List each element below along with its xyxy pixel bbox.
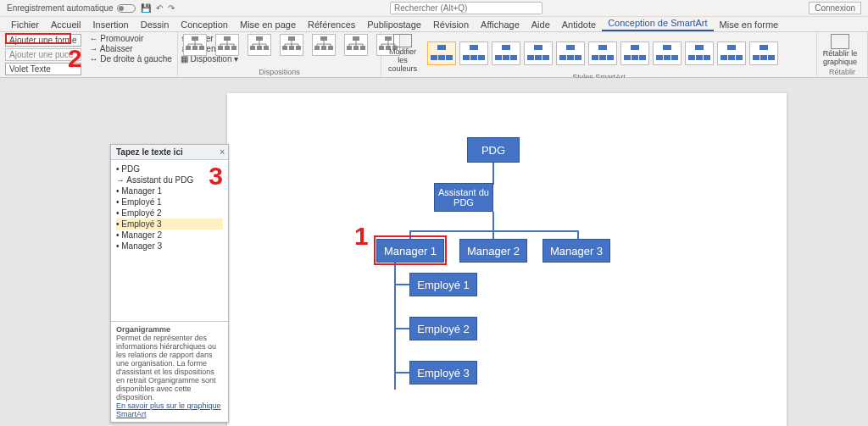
smartart-style-thumb[interactable] bbox=[749, 41, 778, 65]
org-node-employe1[interactable]: Employé 1 bbox=[409, 273, 477, 296]
tab-affichage[interactable]: Affichage bbox=[475, 18, 526, 31]
smartart-style-thumb[interactable] bbox=[427, 41, 456, 65]
tab-conception[interactable]: Conception bbox=[175, 18, 234, 31]
tab-conception-de-smartart[interactable]: Conception de SmartArt bbox=[602, 16, 713, 31]
disposition-thumb[interactable] bbox=[248, 34, 271, 56]
org-node-employe3[interactable]: Employé 3 bbox=[409, 361, 477, 385]
svg-rect-87 bbox=[631, 45, 639, 50]
svg-rect-104 bbox=[753, 55, 760, 60]
reset-graphic-button[interactable]: Rétablir le graphique bbox=[822, 34, 858, 66]
smartart-learn-more-link[interactable]: En savoir plus sur le graphique SmartArt bbox=[116, 401, 223, 418]
disposition-thumb[interactable] bbox=[183, 34, 207, 56]
tab-mise-en-forme[interactable]: Mise en forme bbox=[714, 18, 785, 31]
text-pane-item[interactable]: PDG bbox=[116, 163, 223, 174]
svg-rect-9 bbox=[224, 36, 231, 41]
redo-icon[interactable]: ↷ bbox=[168, 3, 175, 13]
svg-rect-90 bbox=[639, 55, 646, 60]
tab-références[interactable]: Références bbox=[302, 18, 361, 31]
svg-rect-75 bbox=[534, 45, 542, 50]
text-pane-item[interactable]: Manager 1 bbox=[116, 185, 223, 196]
text-pane-footer: Organigramme Permet de représenter des i… bbox=[111, 321, 228, 422]
smartart-style-thumb[interactable] bbox=[653, 41, 682, 65]
text-pane-item[interactable]: Employé 2 bbox=[116, 207, 223, 219]
smartart-style-thumb[interactable] bbox=[524, 41, 553, 65]
tab-dessin[interactable]: Dessin bbox=[135, 18, 175, 31]
org-node-employe2[interactable]: Employé 2 bbox=[409, 317, 477, 340]
org-node-pdg[interactable]: PDG bbox=[467, 137, 520, 163]
smartart-style-thumb[interactable] bbox=[492, 41, 520, 65]
svg-rect-78 bbox=[542, 55, 549, 60]
change-colors-button[interactable]: Modifier les couleurs bbox=[387, 34, 419, 73]
svg-rect-95 bbox=[695, 45, 704, 50]
text-pane-item[interactable]: Employé 3 bbox=[116, 219, 223, 230]
svg-rect-30 bbox=[296, 46, 301, 50]
quick-access-toolbar: 💾 ↶ ↷ bbox=[141, 3, 175, 13]
disposition-thumb[interactable] bbox=[215, 34, 239, 56]
svg-rect-38 bbox=[321, 46, 326, 50]
group-dispositions-label: Dispositions bbox=[183, 68, 376, 77]
text-pane-item[interactable]: Assistant du PDG bbox=[116, 174, 223, 185]
tab-antidote[interactable]: Antidote bbox=[556, 18, 602, 31]
close-icon[interactable]: × bbox=[220, 147, 225, 157]
save-icon[interactable]: 💾 bbox=[141, 3, 151, 13]
tab-fichier[interactable]: Fichier bbox=[5, 18, 45, 31]
smartart-style-thumb[interactable] bbox=[556, 41, 585, 65]
svg-rect-103 bbox=[760, 45, 768, 50]
svg-rect-91 bbox=[663, 45, 671, 50]
org-node-manager3[interactable]: Manager 3 bbox=[542, 239, 610, 263]
svg-rect-93 bbox=[664, 55, 670, 60]
disposition-thumb[interactable] bbox=[280, 34, 303, 56]
text-pane-item[interactable]: Manager 3 bbox=[116, 241, 223, 252]
disposition-thumb[interactable] bbox=[312, 34, 336, 56]
smartart-style-thumb[interactable] bbox=[459, 41, 488, 65]
svg-rect-29 bbox=[289, 46, 294, 50]
svg-rect-94 bbox=[671, 55, 678, 60]
svg-rect-3 bbox=[199, 46, 204, 50]
demote-button[interactable]: → Abaisser bbox=[90, 44, 172, 53]
org-node-assistant[interactable]: Assistant du PDG bbox=[434, 183, 493, 212]
svg-rect-28 bbox=[282, 46, 287, 50]
autosave-switch-icon[interactable] bbox=[117, 4, 136, 13]
svg-rect-71 bbox=[502, 45, 510, 50]
svg-rect-70 bbox=[478, 55, 485, 60]
tab-accueil[interactable]: Accueil bbox=[45, 18, 86, 31]
text-pane-item[interactable]: Employé 1 bbox=[116, 196, 223, 207]
ribbon-tabs: FichierAccueilInsertionDessinConceptionM… bbox=[0, 17, 868, 32]
svg-rect-47 bbox=[353, 46, 359, 50]
org-node-manager1[interactable]: Manager 1 bbox=[376, 239, 444, 263]
org-node-manager2[interactable]: Manager 2 bbox=[459, 239, 527, 263]
svg-rect-72 bbox=[495, 55, 502, 60]
reset-icon bbox=[831, 34, 849, 49]
text-pane-list[interactable]: PDGAssistant du PDGManager 1Employé 1Emp… bbox=[116, 163, 223, 252]
search-input[interactable] bbox=[390, 2, 542, 14]
promote-button[interactable]: ← Promouvoir bbox=[90, 34, 172, 43]
sign-in-button[interactable]: Connexion bbox=[809, 2, 861, 14]
svg-rect-12 bbox=[231, 46, 236, 50]
ribbon: Ajouter une forme Ajouter une puce Volet… bbox=[0, 32, 868, 78]
svg-rect-76 bbox=[527, 55, 534, 60]
svg-rect-45 bbox=[353, 36, 359, 41]
smartart-style-thumb[interactable] bbox=[685, 41, 714, 65]
svg-rect-39 bbox=[328, 46, 333, 50]
tab-mise-en-page[interactable]: Mise en page bbox=[234, 18, 302, 31]
svg-rect-102 bbox=[736, 55, 743, 60]
tab-publipostage[interactable]: Publipostage bbox=[361, 18, 427, 31]
autosave-toggle[interactable]: Enregistrement automatique bbox=[7, 3, 136, 13]
smartart-style-thumb[interactable] bbox=[620, 41, 649, 65]
svg-rect-46 bbox=[347, 46, 352, 50]
rtl-button[interactable]: ↔ De droite à gauche bbox=[90, 54, 172, 64]
text-pane-item[interactable]: Manager 2 bbox=[116, 230, 223, 241]
svg-rect-82 bbox=[575, 55, 581, 60]
title-bar: Enregistrement automatique 💾 ↶ ↷ Documen… bbox=[0, 0, 868, 17]
tab-insertion[interactable]: Insertion bbox=[86, 18, 134, 31]
undo-icon[interactable]: ↶ bbox=[156, 3, 163, 13]
svg-rect-66 bbox=[446, 55, 453, 60]
svg-rect-105 bbox=[760, 55, 767, 60]
tab-révision[interactable]: Révision bbox=[427, 18, 475, 31]
tab-aide[interactable]: Aide bbox=[526, 18, 556, 31]
text-pane-header: Tapez le texte ici × bbox=[111, 145, 228, 160]
smartart-style-thumb[interactable] bbox=[588, 41, 617, 65]
smartart-style-thumb[interactable] bbox=[717, 41, 746, 65]
svg-rect-79 bbox=[566, 45, 575, 50]
disposition-thumb[interactable] bbox=[344, 34, 368, 56]
